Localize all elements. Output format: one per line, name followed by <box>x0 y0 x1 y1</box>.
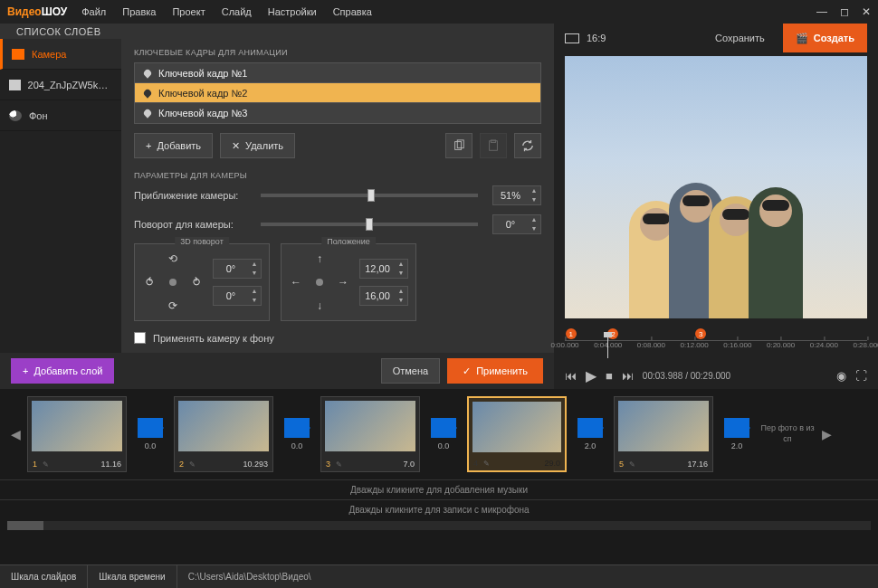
arrow-up-icon[interactable]: ↑ <box>312 251 327 266</box>
zoom-value-input[interactable]: ▲▼ <box>492 185 541 205</box>
rotation-3d-dpad[interactable]: ⟲ ⟳ ⥀ ⥁ <box>142 251 204 313</box>
create-button[interactable]: 🎬Создать <box>783 24 867 52</box>
apply-to-bg-checkbox[interactable]: Применять камеру к фону <box>134 332 541 344</box>
rot3d-y-input[interactable]: ▲▼ <box>213 286 262 306</box>
arrow-right-icon[interactable]: → <box>336 275 350 289</box>
menu-file[interactable]: Файл <box>74 3 113 21</box>
clip-track[interactable]: ◀1✎11.160.02✎10.2930.03✎7.00.04✎29.02.05… <box>0 389 878 479</box>
cancel-button[interactable]: Отмена <box>381 358 440 384</box>
transition-item[interactable]: 0.0 <box>277 396 317 472</box>
rotate-right-icon[interactable]: ⥁ <box>189 275 204 289</box>
window-maximize-icon[interactable]: ◻ <box>840 5 849 18</box>
layer-tab-camera[interactable]: Камера <box>0 39 121 70</box>
arrow-down-icon[interactable]: ↓ <box>312 299 327 313</box>
preview-column: 16:9 Сохранить 🎬Создать 0:00.0000:04.000… <box>554 24 878 389</box>
menu-project[interactable]: Проект <box>165 3 212 21</box>
dpad-center-icon <box>316 279 323 286</box>
video-icon: 🎬 <box>796 33 808 44</box>
status-bar: Шкала слайдов Шкала времени C:\Users\Aid… <box>0 564 878 588</box>
position-dpad[interactable]: ↑ ↓ ← → <box>289 251 350 313</box>
add-layer-button[interactable]: +Добавить слой <box>11 358 114 384</box>
mic-track[interactable]: Дважды кликните для записи с микрофона <box>0 499 878 519</box>
chevron-down-icon[interactable]: ▼ <box>528 195 540 204</box>
keyframe-marker[interactable]: 3 <box>695 328 706 339</box>
window-close-icon[interactable]: ✕ <box>862 5 871 18</box>
clips-next-button[interactable]: ▶ <box>818 396 835 472</box>
preview-viewport[interactable] <box>565 56 867 318</box>
timeline-scrollbar[interactable] <box>7 521 871 530</box>
check-icon: ✓ <box>463 365 471 377</box>
clip-item[interactable]: 4✎29.0 <box>467 396 567 472</box>
chevron-up-icon[interactable]: ▲ <box>528 186 540 195</box>
keyframes-title: КЛЮЧЕВЫЕ КАДРЫ ДЛЯ АНИМАЦИИ <box>134 48 541 57</box>
dpad-center-icon <box>169 279 177 286</box>
menu-help[interactable]: Справка <box>326 3 379 21</box>
transition-item[interactable]: 2.0 <box>570 396 610 472</box>
keyframe-item-3[interactable]: Ключевой кадр №3 <box>135 103 540 123</box>
rot3d-x-input[interactable]: ▲▼ <box>213 259 262 279</box>
clip-item[interactable]: 5✎17.16 <box>614 396 713 472</box>
transition-icon <box>431 418 456 438</box>
pos-x-input[interactable]: ▲▼ <box>359 259 408 279</box>
refresh-icon <box>521 139 534 152</box>
transition-icon <box>138 418 163 438</box>
transition-item[interactable]: 0.0 <box>424 396 463 472</box>
music-track[interactable]: Дважды кликните для добавления музыки <box>0 479 878 499</box>
layer-tab-image[interactable]: 204_ZnJpZW5kc19... <box>0 70 121 100</box>
keyframe-timeline[interactable]: 0:00.0000:04.0000:08.0000:12.0000:16.000… <box>554 326 878 362</box>
layers-panel-title: СПИСОК СЛОЁВ <box>0 24 554 39</box>
play-button[interactable]: ▶ <box>586 367 596 384</box>
tab-slide-scale[interactable]: Шкала слайдов <box>0 565 88 588</box>
delete-keyframe-button[interactable]: ✕Удалить <box>220 133 295 158</box>
refresh-button[interactable] <box>514 133 541 158</box>
tab-time-scale[interactable]: Шкала времени <box>88 565 177 588</box>
chevron-up-icon[interactable]: ▲ <box>528 215 540 224</box>
rotate-label: Поворот для камеры: <box>134 219 252 230</box>
rotate-down-icon[interactable]: ⟳ <box>166 299 180 313</box>
clip-item[interactable]: 3✎7.0 <box>320 396 420 472</box>
rotate-value-input[interactable]: ▲▼ <box>492 214 541 234</box>
x-icon: ✕ <box>232 140 240 152</box>
pin-icon <box>142 68 152 78</box>
transition-item[interactable]: 0.0 <box>130 396 170 472</box>
timeline-strip: ◀1✎11.160.02✎10.2930.03✎7.00.04✎29.02.05… <box>0 389 878 564</box>
menu-slide[interactable]: Слайд <box>215 3 259 21</box>
add-keyframe-button[interactable]: +Добавить <box>134 133 213 158</box>
clips-prev-button[interactable]: ◀ <box>7 396 24 472</box>
menu-settings[interactable]: Настройки <box>261 3 324 21</box>
keyframe-item-2[interactable]: Ключевой кадр №2 <box>135 83 540 103</box>
keyframe-marker[interactable]: 1 <box>566 328 577 339</box>
playhead[interactable] <box>607 337 608 358</box>
copy-button[interactable] <box>445 133 472 158</box>
camera-icon <box>12 49 24 60</box>
transition-icon <box>577 418 603 438</box>
pos-y-input[interactable]: ▲▼ <box>359 286 408 306</box>
menu-edit[interactable]: Правка <box>115 3 163 21</box>
menubar: ВидеоШОУ Файл Правка Проект Слайд Настро… <box>0 0 878 24</box>
rotate-slider[interactable] <box>261 223 478 226</box>
fullscreen-button[interactable]: ⛶ <box>855 369 867 383</box>
apply-button[interactable]: ✓Применить <box>447 358 543 384</box>
prev-frame-button[interactable]: ⏮ <box>565 369 577 383</box>
arrow-left-icon[interactable]: ← <box>289 275 303 289</box>
keyframe-list: Ключевой кадр №1 Ключевой кадр №2 Ключев… <box>134 62 541 124</box>
zoom-slider[interactable] <box>261 194 478 197</box>
zoom-label: Приближение камеры: <box>134 190 252 201</box>
paste-button[interactable] <box>480 133 507 158</box>
position-panel: Положение ↑ ↓ ← → ▲▼ ▲▼ <box>281 243 416 321</box>
next-frame-button[interactable]: ⏭ <box>622 369 634 383</box>
snapshot-button[interactable]: ◉ <box>836 369 846 383</box>
clip-item[interactable]: 2✎10.293 <box>174 396 273 472</box>
rotation-3d-title: 3D поворот <box>175 237 229 246</box>
transition-item[interactable]: 2.0 <box>717 396 757 472</box>
chevron-down-icon[interactable]: ▼ <box>528 224 540 233</box>
stop-button[interactable]: ■ <box>606 369 613 383</box>
rotate-left-icon[interactable]: ⥀ <box>142 275 157 289</box>
window-minimize-icon[interactable]: — <box>816 5 827 18</box>
layer-tab-background[interactable]: Фон <box>0 100 121 131</box>
keyframe-item-1[interactable]: Ключевой кадр №1 <box>135 63 540 83</box>
rotate-up-icon[interactable]: ⟲ <box>166 251 180 266</box>
clip-item[interactable]: 1✎11.16 <box>27 396 127 472</box>
aspect-ratio-icon[interactable] <box>565 33 579 43</box>
save-button[interactable]: Сохранить <box>704 33 776 43</box>
